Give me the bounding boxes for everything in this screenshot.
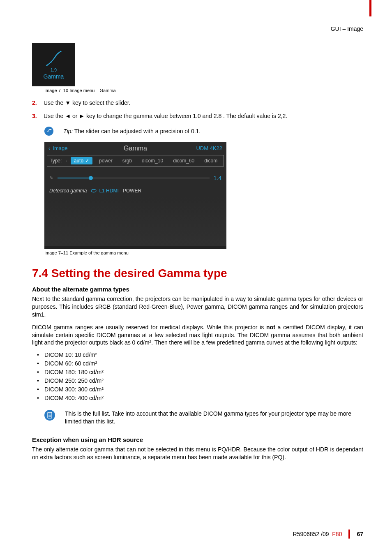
svg-point-2 [54,57,55,58]
dicom-list: DICOM 10: 10 cd/m² DICOM 60: 60 cd/m² DI… [32,351,363,402]
page-footer: R5906852 /09 F80 67 [293,530,363,539]
gamma-slider-row[interactable]: ✎ 1.4 [44,167,226,185]
gamma-menu-panel: ‹ Image Gamma UDM 4K22 Type: ‹ auto✓ pow… [44,142,226,249]
chevron-left-icon: ‹ [48,145,50,151]
type-option-power[interactable]: power [96,157,116,164]
type-label: Type: [49,158,62,164]
type-option-dicom10[interactable]: dicom_10 [138,157,166,164]
list-item: DICOM 10: 10 cd/m² [44,351,363,359]
type-option-auto[interactable]: auto✓ [71,157,92,164]
type-option-dicom60[interactable]: dicom_60 [170,157,198,164]
svg-point-6 [91,190,96,192]
source-icon [91,189,97,193]
page-number: 67 [357,531,363,537]
gamma-slider-track[interactable] [58,178,210,178]
breadcrumb: GUI – Image [331,25,363,32]
panel-footer-bar [44,246,226,249]
list-item: DICOM 300: 300 cd/m² [44,385,363,394]
list-item: DICOM 250: 250 cd/m² [44,377,363,385]
paragraph: DICOM gamma ranges are usually reserved … [32,324,363,347]
section-heading: 7.4 Setting the desired Gamma type [32,267,363,280]
step-text: Use the ◄ or ► key to change the gamma v… [44,113,287,119]
type-option-srgb[interactable]: srgb [119,157,135,164]
panel-empty-area [44,197,226,246]
type-option-dicom[interactable]: dicom [201,157,221,164]
footer-doc-code: R5906852 /09 F80 [293,531,342,537]
gamma-curve-icon [46,50,62,67]
list-item: DICOM 180: 180 cd/m² [44,368,363,377]
svg-point-1 [50,61,51,62]
tip-icon [44,127,53,136]
back-label: Image [53,145,67,151]
svg-point-0 [46,65,47,66]
tip-text: Tip: The slider can be adjusted with a p… [63,128,201,134]
svg-point-5 [51,129,52,130]
gamma-slider-value: 1.4 [214,175,221,181]
paragraph: Next to the standard gamma correction, t… [32,295,363,319]
detected-mode: POWER [123,188,141,194]
list-item: DICOM 400: 400 cd/m² [44,394,363,402]
footer-bar [348,530,350,539]
paragraph: The only alternate color gamma that can … [32,446,363,461]
note-text: This is the full list. Take into account… [65,410,363,426]
check-icon: ✓ [85,158,89,164]
detected-label: Detected gamma [49,188,87,194]
step-3: 3. Use the ◄ or ► key to change the gamm… [32,113,363,119]
step-number: 2. [32,99,39,106]
edit-icon: ✎ [49,175,53,181]
step-2: 2. Use the ▼ key to select the slider. [32,99,363,106]
gamma-icon-value: 1.9 [51,67,57,72]
slider-thumb[interactable] [89,176,93,180]
note-row: This is the full list. Take into account… [44,410,363,426]
tip-row: Tip: The slider can be adjusted with a p… [44,127,363,136]
image-caption-7-10: Image 7–10 Image menu – Gamma [44,88,363,93]
red-header-stripe [369,0,371,16]
subheading-about: About the alternate gamma types [32,286,363,293]
svg-point-4 [60,51,61,52]
slider-fill [58,178,91,178]
step-number: 3. [32,113,39,119]
gamma-icon-label: Gamma [44,73,64,80]
list-item: DICOM 60: 60 cd/m² [44,359,363,368]
svg-point-3 [57,53,58,54]
chevron-left-icon[interactable]: ‹ [66,159,67,163]
type-selector-row[interactable]: Type: ‹ auto✓ power srgb dicom_10 dicom_… [47,155,224,166]
image-caption-7-11: Image 7–11 Example of the gamma menu [44,250,363,255]
gamma-icon-tile: 1.9 Gamma [32,43,75,86]
subheading-exception: Exception when using an HDR source [32,436,363,443]
back-button[interactable]: ‹ Image [48,145,67,151]
model-label: UDM 4K22 [196,145,222,151]
detected-gamma-row: Detected gamma L1 HDMI POWER [44,185,226,197]
step-text: Use the ▼ key to select the slider. [44,99,131,106]
note-icon [44,410,55,421]
panel-title: Gamma [124,145,147,152]
detected-source: L1 HDMI [91,188,118,194]
